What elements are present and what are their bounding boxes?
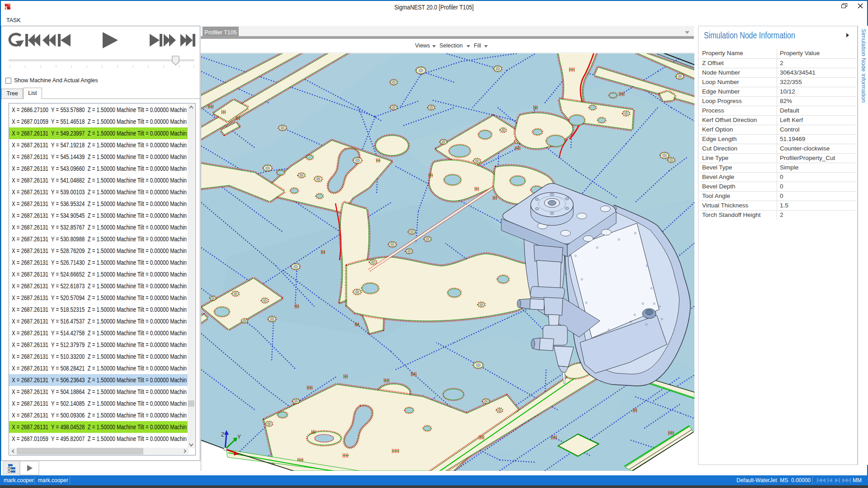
svg-text:Y: Y [237,434,241,440]
svg-text:Z: Z [221,432,224,438]
svg-text:N: N [4,5,8,10]
